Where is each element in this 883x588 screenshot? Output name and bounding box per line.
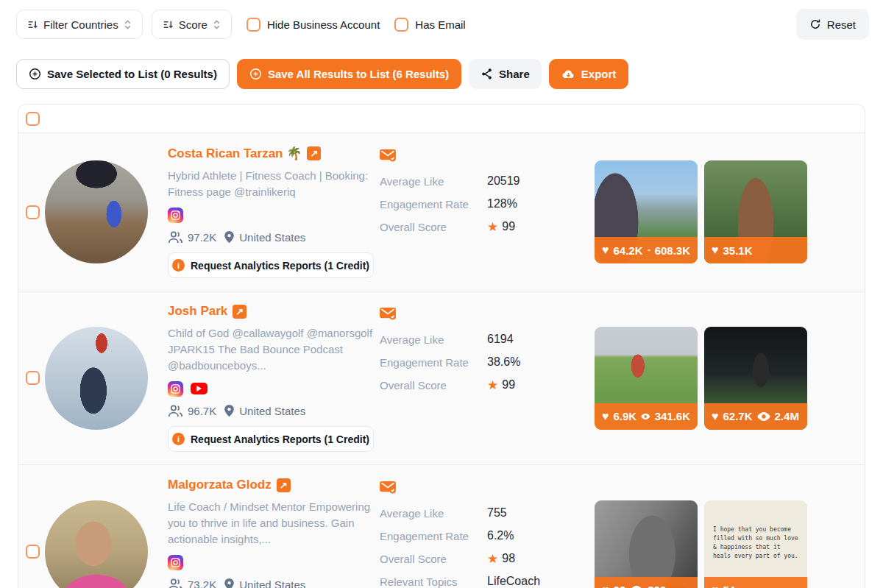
influencer-name[interactable]: Costa Rican Tarzan 🌴 [168, 146, 302, 161]
external-link-icon[interactable]: ↗ [307, 146, 321, 160]
request-analytics-label: Request Analytics Reports (1 Credit) [191, 260, 369, 272]
table-header [18, 105, 865, 132]
followers-icon [168, 230, 183, 244]
avg-like-value: 755 [487, 506, 507, 520]
engagement-rate-value: 6.2% [487, 529, 514, 542]
stat-label: Overall Score [380, 221, 487, 233]
info-icon: i [172, 433, 185, 445]
stat-label: Average Like [380, 333, 487, 346]
email-available-icon[interactable] [380, 148, 397, 162]
stat-label: Average Like [380, 175, 487, 188]
influencer-bio: Life Coach / Mindset Mentor Empowering y… [168, 499, 374, 548]
location-pin-icon [224, 578, 235, 588]
save-all-button[interactable]: Save All Results to List (6 Results) [237, 59, 461, 89]
request-analytics-button[interactable]: i Request Analytics Reports (1 Credit) [168, 252, 374, 278]
select-all-checkbox[interactable] [26, 112, 40, 126]
instagram-icon[interactable] [168, 381, 183, 397]
filter-countries-dropdown[interactable]: Filter Countries [16, 10, 143, 39]
location: United States [239, 231, 305, 244]
results-table: Costa Rican Tarzan 🌴 ↗ Hybrid Athlete | … [18, 104, 865, 588]
export-label: Export [581, 68, 617, 80]
avatar[interactable] [45, 327, 148, 430]
star-icon: ★ [487, 221, 498, 233]
email-available-icon[interactable] [380, 306, 397, 320]
post-thumbnail[interactable]: ♥62.7K2.4M [704, 327, 807, 430]
overall-score-value: 99 [502, 220, 515, 233]
filter-toolbar: Filter Countries Score Hide Business Acc… [0, 0, 883, 40]
location-pin-icon [224, 404, 235, 417]
instagram-icon[interactable] [168, 555, 183, 570]
export-button[interactable]: Export [549, 59, 629, 89]
profile-cell: Josh Park ↗ Child of God @callawaygolf @… [168, 304, 374, 452]
post-thumbnail[interactable]: ♥64.2K608.3K [595, 160, 698, 263]
influencer-name[interactable]: Malgorzata Glodz [168, 478, 272, 492]
sort-icon [163, 19, 174, 30]
has-email-checkbox[interactable] [394, 18, 408, 32]
has-email-label: Has Email [415, 18, 465, 31]
request-analytics-label: Request Analytics Reports (1 Credit) [191, 433, 369, 445]
likes-icon: ♥ [602, 584, 609, 588]
influencer-bio: Child of God @callawaygolf @manorsgolf J… [168, 325, 374, 374]
post-likes: 35.1K [723, 244, 753, 257]
post-views: 608.3K [655, 244, 690, 257]
external-link-icon[interactable]: ↗ [277, 478, 291, 492]
avatar[interactable] [45, 160, 148, 263]
followers-icon [168, 578, 183, 588]
row-checkbox[interactable] [26, 545, 40, 559]
post-likes: 54 [723, 584, 736, 588]
engagement-rate-value: 128% [487, 197, 517, 210]
star-icon: ★ [487, 379, 498, 392]
stats-cell: Average Like6194 Engagement Rate38.6% Ov… [374, 304, 595, 452]
reset-button[interactable]: Reset [796, 9, 869, 40]
share-icon [480, 68, 493, 80]
save-selected-button[interactable]: Save Selected to List (0 Results) [16, 59, 230, 89]
influencer-name[interactable]: Josh Park [168, 304, 227, 319]
location-pin-icon [224, 230, 235, 244]
star-icon: ★ [487, 553, 498, 565]
external-link-icon[interactable]: ↗ [233, 305, 247, 319]
overall-score-value: 98 [502, 552, 515, 565]
location: United States [239, 578, 305, 588]
refresh-icon [809, 18, 821, 30]
filter-countries-label: Filter Countries [43, 18, 118, 31]
table-row: Costa Rican Tarzan 🌴 ↗ Hybrid Athlete | … [18, 132, 865, 291]
avatar[interactable] [45, 500, 148, 588]
views-icon [757, 411, 770, 422]
likes-icon: ♥ [712, 411, 719, 422]
row-checkbox[interactable] [26, 205, 40, 219]
share-button[interactable]: Share [469, 59, 542, 89]
row-checkbox[interactable] [26, 371, 40, 385]
likes-icon: ♥ [712, 244, 719, 256]
info-icon: i [172, 259, 185, 272]
post-thumbnail[interactable]: I hope that you become filled with so mu… [704, 500, 807, 588]
post-thumbnail[interactable]: ♥96896 [595, 500, 698, 588]
cloud-download-icon [561, 68, 575, 79]
views-icon [648, 245, 650, 255]
hide-business-checkbox[interactable] [247, 18, 260, 32]
score-dropdown[interactable]: Score [152, 10, 232, 39]
profile-cell: Malgorzata Glodz ↗ Life Coach / Mindset … [168, 478, 374, 588]
recent-posts: ♥6.9K341.6K ♥62.7K2.4M [595, 327, 807, 430]
followers-count: 97.2K [188, 231, 216, 244]
stat-label: Engagement Rate [380, 356, 487, 369]
recent-posts: ♥64.2K608.3K ♥35.1K [595, 160, 807, 263]
location: United States [239, 405, 305, 417]
email-available-icon[interactable] [380, 480, 397, 494]
table-row: Josh Park ↗ Child of God @callawaygolf @… [18, 291, 865, 464]
request-analytics-button[interactable]: i Request Analytics Reports (1 Credit) [168, 426, 374, 452]
influencer-bio: Hybrid Athlete | Fitness Coach | Booking… [168, 168, 374, 200]
table-row: Malgorzata Glodz ↗ Life Coach / Mindset … [18, 464, 865, 588]
post-caption: I hope that you become filled with so mu… [713, 525, 800, 561]
reset-label: Reset [827, 18, 856, 31]
plus-circle-icon [249, 68, 262, 80]
relevant-topics-value: LifeCoach [487, 575, 540, 588]
post-likes: 62.7K [723, 410, 753, 422]
followers-count: 73.2K [188, 578, 216, 588]
stats-cell: Average Like755 Engagement Rate6.2% Over… [374, 478, 595, 588]
post-thumbnail[interactable]: ♥6.9K341.6K [595, 327, 698, 430]
stat-label: Engagement Rate [380, 530, 487, 542]
instagram-icon[interactable] [168, 208, 183, 223]
post-thumbnail[interactable]: ♥35.1K [704, 160, 807, 263]
stat-label: Relevant Topics [380, 575, 487, 588]
youtube-icon[interactable] [191, 383, 208, 394]
